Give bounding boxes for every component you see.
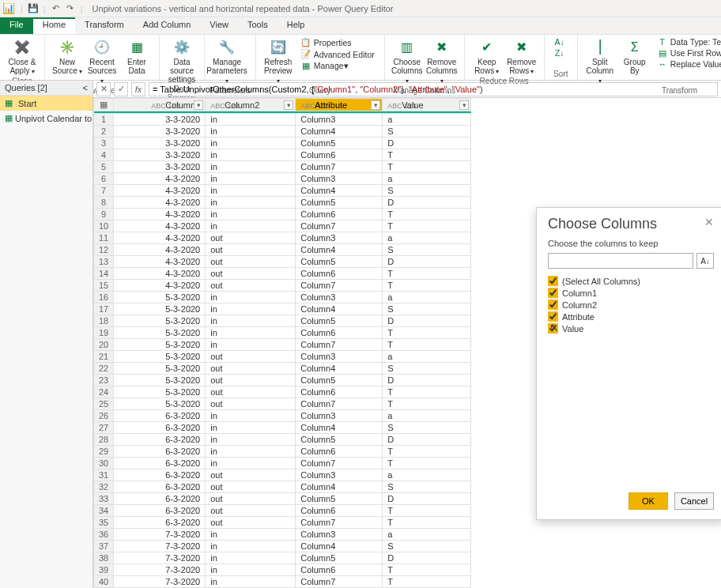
cell[interactable]: Column3 [296, 173, 383, 185]
tab-transform[interactable]: Transform [75, 17, 134, 34]
cell[interactable]: 6-3-2020 [114, 505, 206, 517]
cell[interactable]: 4-3-2020 [114, 232, 206, 244]
cell[interactable]: 4-3-2020 [114, 256, 206, 268]
table-row[interactable]: 336-3-2020outColumn5D [94, 493, 471, 505]
cell[interactable]: 4-3-2020 [114, 209, 206, 220]
cell[interactable]: a [383, 351, 471, 363]
cell[interactable]: Column4 [296, 541, 383, 552]
split-column-button[interactable]: ⎮Split Column [583, 36, 617, 85]
cancel-formula-icon[interactable]: ✕ [96, 82, 111, 96]
cell[interactable]: out [206, 517, 296, 529]
table-row[interactable]: 296-3-2020inColumn6T [94, 446, 471, 458]
table-row[interactable]: 225-3-2020outColumn4S [94, 363, 471, 375]
cell[interactable]: out [206, 351, 296, 363]
cell[interactable]: D [383, 197, 471, 209]
table-row[interactable]: 215-3-2020outColumn3a [94, 351, 471, 363]
filter-dropdown-icon[interactable]: ▾ [284, 100, 293, 110]
cell[interactable]: 7-3-2020 [114, 564, 206, 576]
cell[interactable]: a [383, 173, 471, 185]
cell[interactable]: Column5 [296, 493, 383, 505]
cell[interactable]: in [206, 197, 296, 209]
cell[interactable]: Column5 [296, 138, 383, 149]
cell[interactable]: T [383, 458, 471, 469]
cell[interactable]: Column5 [296, 315, 383, 327]
table-row[interactable]: 397-3-2020inColumn6T [94, 564, 471, 576]
cell[interactable]: Column6 [296, 505, 383, 517]
checkbox[interactable] [548, 311, 558, 322]
cell[interactable]: Column3 [296, 529, 383, 541]
dialog-close-icon[interactable]: ✕ [704, 216, 714, 232]
sort-desc-button[interactable]: Z↓ [553, 47, 569, 58]
tab-help[interactable]: Help [277, 17, 315, 34]
table-row[interactable]: 64-3-2020inColumn3a [94, 173, 471, 185]
cell[interactable]: Column7 [296, 220, 383, 232]
cell[interactable]: 7-3-2020 [114, 541, 206, 552]
filter-dropdown-icon[interactable]: ▾ [371, 100, 380, 110]
recent-sources-button[interactable]: 🕘Recent Sources [85, 36, 119, 85]
cell[interactable]: in [206, 541, 296, 552]
cell[interactable]: T [383, 576, 471, 588]
table-row[interactable]: 245-3-2020outColumn6T [94, 386, 471, 398]
cell[interactable]: S [383, 422, 471, 434]
cell[interactable]: Column3 [296, 292, 383, 303]
cell[interactable]: T [383, 161, 471, 173]
table-row[interactable]: 266-3-2020inColumn3a [94, 410, 471, 422]
table-row[interactable]: 165-3-2020inColumn3a [94, 292, 471, 303]
cell[interactable]: 5-3-2020 [114, 327, 206, 339]
filter-dropdown-icon[interactable]: ▾ [194, 100, 203, 110]
cell[interactable]: Column3 [296, 351, 383, 363]
cell[interactable]: 7-3-2020 [114, 552, 206, 564]
cell[interactable]: T [383, 446, 471, 458]
tab-tools[interactable]: Tools [238, 17, 277, 34]
cell[interactable]: T [383, 220, 471, 232]
table-row[interactable]: 53-3-2020inColumn7T [94, 161, 471, 173]
cell[interactable]: Column3 [296, 114, 383, 126]
cell[interactable]: 6-3-2020 [114, 410, 206, 422]
query-item-unpivot[interactable]: ▦Unpivot Calendar to T... [0, 111, 92, 126]
cell[interactable]: T [383, 517, 471, 529]
tab-add-column[interactable]: Add Column [134, 17, 201, 34]
cell[interactable]: out [206, 244, 296, 256]
table-row[interactable]: 185-3-2020inColumn5D [94, 315, 471, 327]
grid-corner[interactable]: ▦ [94, 99, 114, 111]
cell[interactable]: D [383, 375, 471, 386]
cell[interactable]: 3-3-2020 [114, 114, 206, 126]
table-row[interactable]: 235-3-2020outColumn5D [94, 375, 471, 386]
table-row[interactable]: 286-3-2020inColumn5D [94, 434, 471, 446]
properties-button[interactable]: 📋Properties [299, 36, 376, 48]
cell[interactable]: out [206, 256, 296, 268]
cell[interactable]: Column3 [296, 410, 383, 422]
cell[interactable]: in [206, 138, 296, 149]
col-header-column2[interactable]: ABC 123Column2▾ [206, 99, 296, 111]
cell[interactable]: 5-3-2020 [114, 386, 206, 398]
table-row[interactable]: 84-3-2020inColumn5D [94, 197, 471, 209]
cell[interactable]: Column7 [296, 576, 383, 588]
table-row[interactable]: 316-3-2020outColumn3a [94, 469, 471, 481]
cell[interactable]: Column7 [296, 458, 383, 469]
refresh-preview-button[interactable]: 🔄Refresh Preview [261, 36, 296, 85]
cell[interactable]: a [383, 114, 471, 126]
cell[interactable]: in [206, 209, 296, 220]
cell[interactable]: T [383, 564, 471, 576]
cell[interactable]: Column3 [296, 469, 383, 481]
dialog-checkbox-item[interactable]: Value [548, 322, 714, 334]
cell[interactable]: 6-3-2020 [114, 517, 206, 529]
table-row[interactable]: 23-3-2020inColumn4S [94, 126, 471, 138]
cell[interactable]: in [206, 220, 296, 232]
cell[interactable]: D [383, 256, 471, 268]
cell[interactable]: S [383, 481, 471, 493]
cell[interactable]: Column4 [296, 422, 383, 434]
remove-rows-button[interactable]: ✖Remove Rows [504, 36, 539, 76]
checkbox[interactable] [548, 276, 558, 286]
table-row[interactable]: 306-3-2020inColumn7T [94, 458, 471, 469]
cell[interactable]: 5-3-2020 [114, 351, 206, 363]
cell[interactable]: in [206, 149, 296, 161]
table-row[interactable]: 154-3-2020outColumn7T [94, 280, 471, 292]
cell[interactable]: a [383, 292, 471, 303]
dialog-search-input[interactable] [548, 253, 693, 269]
new-source-button[interactable]: ✳️New Source [50, 36, 85, 76]
table-row[interactable]: 104-3-2020inColumn7T [94, 220, 471, 232]
cell[interactable]: Column5 [296, 552, 383, 564]
cell[interactable]: in [206, 529, 296, 541]
table-row[interactable]: 74-3-2020inColumn4S [94, 185, 471, 197]
